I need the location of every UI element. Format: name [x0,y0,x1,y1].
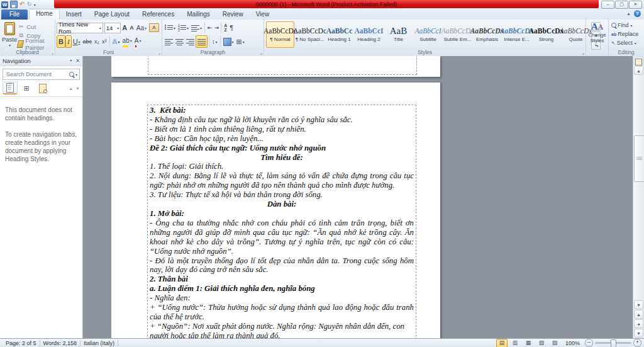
ribbon-tab[interactable]: Insert [60,9,88,20]
grow-font-button[interactable]: A [121,21,128,34]
font-name-combo[interactable]: Times New Rom ▾ [57,23,103,33]
style-item[interactable]: AaB Title [384,21,413,48]
document-line[interactable]: - Ông cha ta thường nhắc nhở con cháu ph… [150,219,414,256]
document-line[interactable]: 2. Nội dung: Bằng lí lẽ và thực tế, làm … [150,171,414,190]
show-hide-formatting-button[interactable]: ¶ [228,21,235,34]
document-line[interactable]: Đề 2: Giải thích câu tục ngữ: Uống nước … [150,144,414,153]
shading-button[interactable]: ▾ [222,35,235,48]
ribbon-tab[interactable]: Mailings [180,9,216,20]
clipboard-dialog-launcher[interactable]: ⌟ [51,50,53,55]
ribbon-tab[interactable]: View [250,9,276,20]
page-2[interactable]: 3. Kết bài: - Khẳng định câu tục ngữ là … [111,82,440,338]
undo-icon[interactable]: ↶ [19,1,25,8]
qat-customize-dropdown-icon[interactable]: ▾ [34,3,36,7]
scroll-down-button[interactable]: ▼ [634,300,643,309]
ribbon-tab[interactable]: Home [29,9,60,20]
paste-dropdown-icon[interactable]: ▾ [9,43,11,47]
subscript-button[interactable]: x₂ [93,35,101,48]
document-line[interactable]: 3. Tư liệu: Thực tế xã hội và bản thân t… [150,190,414,200]
draft-view-button[interactable]: ▨ [549,339,560,347]
multilevel-list-button[interactable]: ▾ [190,21,203,34]
document-line[interactable]: - Bài học: Cần học tập, rèn luyện... [150,134,414,144]
cut-button[interactable]: ✂ Cut [18,22,53,31]
document-line[interactable]: + “Uống nước”: Thừa hưởng hoặc sử dụng t… [150,303,414,322]
print-layout-view-button[interactable]: ▤ [496,339,508,347]
next-result-icon[interactable]: ▼ [75,86,80,91]
align-right-button[interactable] [185,35,196,48]
search-document-input[interactable]: ▾ [3,69,80,80]
align-center-button[interactable] [174,35,185,48]
sort-button[interactable]: AZ [223,21,228,34]
help-icon[interactable]: ? [634,10,641,17]
style-item[interactable]: AaBbCcDx Emphasis [473,21,501,48]
document-line[interactable]: - Biết ơn là 1 tình cảm thiêng liêng, rấ… [150,125,414,134]
style-item[interactable]: AaBbCcI Heading 2 [355,21,383,48]
numbering-button[interactable]: 123▾ [177,21,190,34]
text-effects-button[interactable]: A▾ [111,35,121,48]
scroll-up-button[interactable]: ▲ [634,66,643,75]
ribbon-tab[interactable]: References [136,9,180,20]
zoom-in-button[interactable]: + [633,339,641,347]
scrollbar-thumb[interactable] [634,135,644,182]
page-count-indicator[interactable]: Page: 2 of 5 [3,340,40,346]
document-line[interactable]: a. Luận điểm 1: Giải thích nghĩa đen, ng… [150,284,414,293]
font-color-button[interactable]: A▾ [133,35,143,48]
browse-results-tab[interactable] [35,82,50,94]
outline-view-button[interactable]: ▧ [536,339,547,347]
strikethrough-button[interactable]: abc [82,35,94,48]
text-highlight-button[interactable]: ab▾ [121,35,133,48]
paste-button[interactable]: Paste ▾ [1,21,18,48]
zoom-level-indicator[interactable]: 100% [562,340,583,346]
style-item[interactable]: AaBbCcDx Strong [532,21,560,48]
borders-button[interactable]: ⊞▾ [235,35,246,48]
justify-button[interactable] [196,35,208,48]
maximize-button[interactable]: ▢ [615,1,628,9]
paragraph-dialog-launcher[interactable]: ⌟ [260,50,262,55]
select-button[interactable]: ↖ Select ▾ [610,38,642,47]
font-name-dropdown-icon[interactable]: ▾ [99,26,101,30]
line-spacing-button[interactable]: ↕▾ [211,35,219,48]
select-browse-object-button[interactable]: ● [634,319,643,328]
navigation-pane-menu-icon[interactable]: ▾ [70,58,72,64]
zoom-out-button[interactable]: – [585,339,593,347]
document-line[interactable]: - Nghĩa đen: [150,293,414,303]
browse-headings-tab[interactable] [3,82,18,94]
browse-pages-tab[interactable]: ⊞ [19,82,34,94]
document-line[interactable]: - Khẳng định câu tục ngữ là lời khuyên r… [150,115,414,125]
font-size-combo[interactable]: 14 ▾ [104,23,121,33]
document-line[interactable]: 1. Thể loại: Giải thích. [150,162,414,171]
format-painter-button[interactable]: Format Painter [18,40,53,48]
bold-button[interactable]: B [57,35,65,48]
increase-indent-button[interactable]: ⇥ [213,21,220,34]
document-line[interactable]: 2. Thân bài [150,275,414,284]
word-count-indicator[interactable]: Words: 2,158 [40,340,80,346]
styles-dialog-launcher[interactable]: ⌟ [582,50,584,55]
superscript-button[interactable]: x² [101,35,108,48]
previous-result-icon[interactable]: ▲ [69,86,73,91]
document-line[interactable]: 3. Kết bài: [150,106,414,115]
find-button[interactable]: Find ▾ [610,21,642,30]
style-item[interactable]: AaBbCcDc ¶ Normal [266,21,294,48]
italic-button[interactable]: I [65,35,72,48]
save-icon[interactable] [10,1,18,8]
decrease-indent-button[interactable]: ⇤ [206,21,213,34]
align-left-button[interactable] [164,35,174,48]
style-item[interactable]: AaBbCc Heading 1 [325,21,353,48]
replace-button[interactable]: ab Replace [610,30,642,38]
document-line[interactable]: - Đó là một truyền thống đạo lí tốt đẹp … [150,256,414,275]
style-item[interactable]: AaBbCcDx Intense E... [502,21,531,48]
style-item[interactable]: AaBbCcDc ¶ No Spaci... [296,21,324,48]
clear-formatting-button[interactable]: A [148,21,160,34]
font-dialog-launcher[interactable]: ⌟ [158,50,160,55]
vertical-scrollbar[interactable]: ▲ ▼ ▲ ● ▼ [633,56,644,338]
ribbon-tab[interactable]: Review [216,9,250,20]
bullets-button[interactable]: ▾ [164,21,177,34]
style-item[interactable]: AaBbCcI Subtitle [414,21,442,48]
zoom-slider-thumb[interactable] [611,339,616,347]
change-styles-button[interactable]: AA Change Styles ▾ [586,20,609,56]
ruler-toggle-button[interactable] [634,57,643,65]
document-line[interactable]: + “Nguồn”: Nơi xuất phát dòng nước. Nghĩ… [150,322,414,338]
search-icon[interactable] [69,72,74,77]
minimize-button[interactable]: – [601,1,614,9]
web-layout-view-button[interactable]: ▦ [523,339,534,347]
